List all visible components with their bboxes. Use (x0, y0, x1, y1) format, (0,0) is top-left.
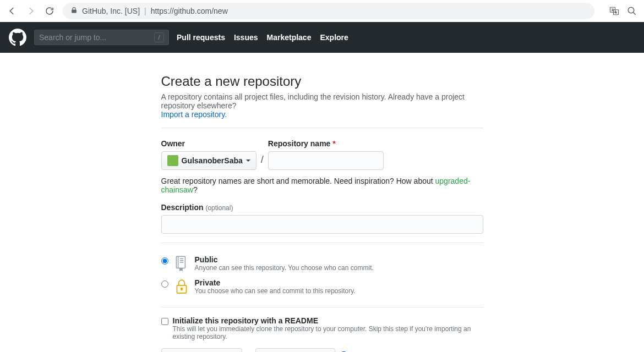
reload-button[interactable] (44, 6, 55, 16)
public-subtitle: Anyone can see this repository. You choo… (195, 264, 374, 272)
add-license-button[interactable]: Add a license: None (255, 348, 335, 352)
repo-name-label: Repository name * (268, 139, 384, 148)
repository-name-input[interactable] (268, 151, 384, 170)
nav-issues[interactable]: Issues (234, 33, 258, 42)
forward-button[interactable] (25, 6, 36, 16)
public-title: Public (195, 255, 374, 264)
zoom-icon[interactable] (626, 6, 637, 16)
svg-point-10 (181, 288, 182, 290)
initialize-readme-checkbox[interactable] (161, 318, 168, 325)
lock-icon (70, 7, 78, 15)
main-content: Create a new repository A repository con… (161, 53, 483, 352)
github-header: / Pull requests Issues Marketplace Explo… (0, 22, 644, 53)
nav-pull-requests[interactable]: Pull requests (177, 33, 225, 42)
private-subtitle: You choose who can see and commit to thi… (195, 287, 356, 295)
header-search[interactable]: / (34, 30, 169, 45)
nav-explore[interactable]: Explore (320, 33, 348, 42)
site-identity: GitHub, Inc. [US] (82, 7, 140, 15)
nav-marketplace[interactable]: Marketplace (267, 33, 312, 42)
readme-subtitle: This will let you immediately clone the … (173, 325, 483, 340)
url-text: https://github.com/new (151, 7, 228, 15)
svg-line-3 (633, 12, 636, 15)
github-logo-icon[interactable] (9, 29, 26, 46)
translate-icon[interactable] (609, 6, 620, 16)
optional-tag: (optional) (205, 204, 233, 212)
required-asterisk: * (332, 139, 335, 148)
divider (161, 307, 483, 307)
browser-toolbar: GitHub, Inc. [US] | https://github.com/n… (0, 0, 644, 22)
address-bar[interactable]: GitHub, Inc. [US] | https://github.com/n… (63, 3, 594, 19)
search-input[interactable] (39, 33, 154, 42)
back-button[interactable] (7, 6, 18, 16)
lead-text: A repository contains all project files,… (161, 92, 465, 110)
owner-select-button[interactable]: GulsanoberSaba (161, 151, 256, 170)
private-title: Private (195, 278, 356, 287)
name-helper: Great repository names are short and mem… (161, 177, 483, 194)
owner-name: GulsanoberSaba (182, 156, 243, 165)
readme-title: Initialize this repository with a README (173, 316, 483, 325)
private-lock-icon (174, 278, 189, 295)
avatar (167, 155, 178, 166)
page-title: Create a new repository (161, 74, 483, 89)
address-separator: | (144, 7, 146, 15)
description-input[interactable] (161, 215, 483, 234)
owner-label: Owner (161, 139, 256, 148)
add-gitignore-button[interactable]: Add .gitignore: None (161, 348, 242, 352)
visibility-private-radio[interactable] (161, 280, 168, 288)
import-repository-link[interactable]: Import a repository. (161, 110, 227, 119)
svg-point-2 (628, 7, 634, 13)
divider (161, 243, 483, 243)
public-repo-icon (174, 255, 189, 272)
page-lead: A repository contains all project files,… (161, 92, 483, 119)
chevron-down-icon (246, 160, 250, 162)
visibility-public-radio[interactable] (161, 257, 168, 265)
description-label: Description (optional) (161, 203, 233, 212)
owner-repo-slash: / (261, 154, 264, 170)
header-nav: Pull requests Issues Marketplace Explore (177, 33, 348, 42)
divider (161, 128, 483, 128)
slash-key-icon: / (154, 32, 164, 42)
